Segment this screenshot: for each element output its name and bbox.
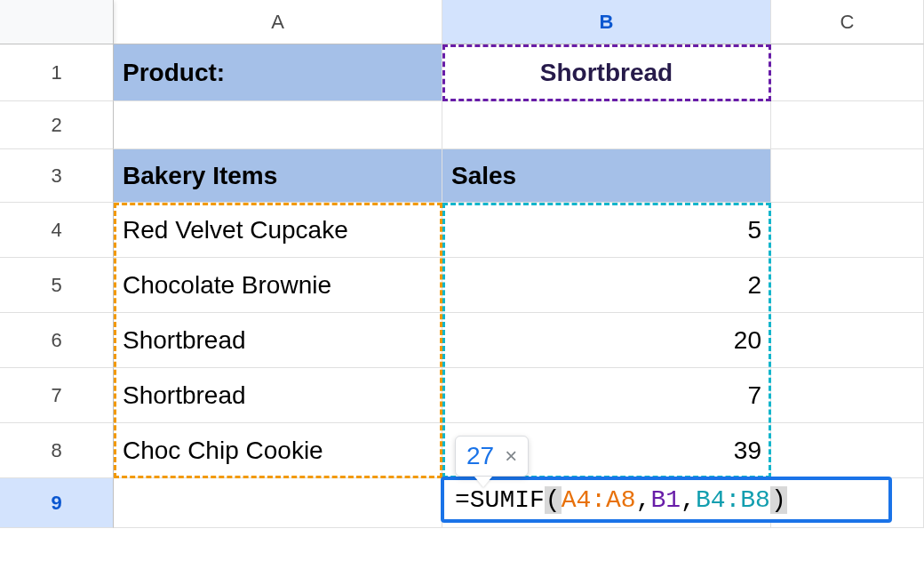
formula-arg2: B1 [650, 486, 681, 514]
row-header-7[interactable]: 7 [0, 368, 114, 423]
cell-C1[interactable] [771, 44, 924, 101]
formula-editor[interactable]: =SUMIF(A4:A8,B1,B4:B8) [448, 480, 794, 519]
cell-B6[interactable]: 20 [442, 313, 771, 368]
row-header-5[interactable]: 5 [0, 258, 114, 313]
cell-A5[interactable]: Chocolate Brownie [114, 258, 442, 313]
cell-C5[interactable] [771, 258, 924, 313]
cell-C7[interactable] [771, 368, 924, 423]
row-header-8[interactable]: 8 [0, 423, 114, 478]
cell-A9[interactable] [114, 478, 442, 528]
cell-A3[interactable]: Bakery Items [114, 149, 442, 203]
tooltip-tail-icon [474, 477, 492, 487]
formula-sep1: , [636, 486, 651, 514]
cell-A8[interactable]: Choc Chip Cookie [114, 423, 442, 478]
cell-A4[interactable]: Red Velvet Cupcake [114, 203, 442, 258]
cell-A7[interactable]: Shortbread [114, 368, 442, 423]
cell-B3[interactable]: Sales [442, 149, 771, 203]
cell-B1-text: Shortbread [540, 59, 673, 87]
select-all-corner[interactable] [0, 0, 114, 44]
column-header-B[interactable]: B [442, 0, 771, 44]
cell-C4[interactable] [771, 203, 924, 258]
cell-A6[interactable]: Shortbread [114, 313, 442, 368]
cell-A1[interactable]: Product: [114, 44, 442, 101]
column-header-A[interactable]: A [114, 0, 442, 44]
tooltip-close-icon[interactable]: × [505, 445, 517, 467]
cell-B2[interactable] [442, 101, 771, 149]
row-header-4[interactable]: 4 [0, 203, 114, 258]
formula-open-paren: ( [545, 486, 562, 514]
formula-arg1: A4:A8 [562, 486, 636, 514]
column-headers: A B C [0, 0, 924, 44]
row-header-6[interactable]: 6 [0, 313, 114, 368]
formula-function: SUMIF [470, 486, 545, 514]
cell-C8[interactable] [771, 423, 924, 478]
formula-prefix: = [455, 486, 470, 514]
cell-C3[interactable] [771, 149, 924, 203]
row-header-2[interactable]: 2 [0, 101, 114, 149]
formula-arg3: B4:B8 [696, 486, 770, 514]
cell-C2[interactable] [771, 101, 924, 149]
column-header-C[interactable]: C [771, 0, 924, 44]
cell-B1[interactable]: Shortbread [442, 44, 771, 101]
spreadsheet: A B C 1 2 3 4 5 6 7 8 9 Product: Shortbr… [0, 0, 924, 585]
cell-C9[interactable] [771, 478, 924, 528]
row-header-1[interactable]: 1 [0, 44, 114, 101]
row-header-3[interactable]: 3 [0, 149, 114, 203]
cell-B7[interactable]: 7 [442, 368, 771, 423]
formula-close-paren: ) [770, 486, 787, 514]
cell-B5[interactable]: 2 [442, 258, 771, 313]
formula-sep2: , [681, 486, 696, 514]
cell-A2[interactable] [114, 101, 442, 149]
row-header-9[interactable]: 9 [0, 478, 114, 528]
cell-B4[interactable]: 5 [442, 203, 771, 258]
cell-C6[interactable] [771, 313, 924, 368]
formula-result-tooltip: 27 × [455, 436, 529, 477]
formula-result-value: 27 [466, 442, 494, 470]
